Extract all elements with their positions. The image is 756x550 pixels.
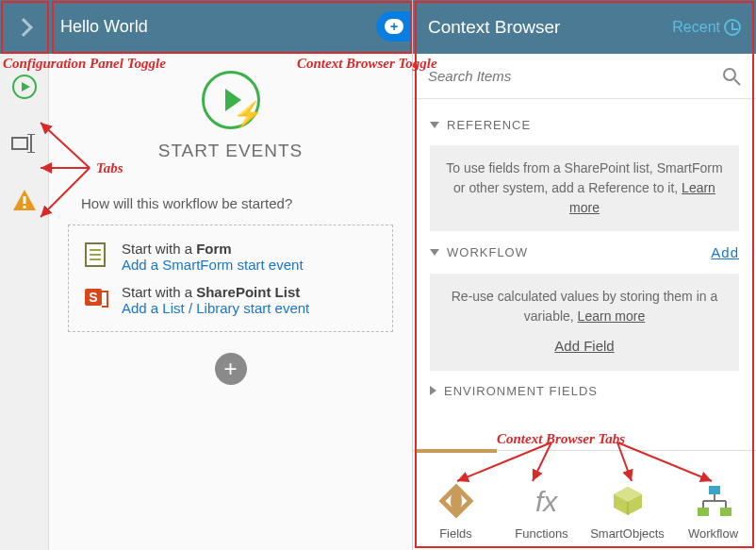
svg-text:fx: fx [535, 486, 558, 517]
svg-point-22 [451, 490, 462, 512]
fields-icon [436, 481, 476, 521]
start-event-icon[interactable]: ⚡ [202, 71, 260, 129]
plus-pill-icon: + [385, 19, 403, 34]
option-form-link[interactable]: Add a SmartForm start event [122, 257, 304, 273]
search-icon[interactable] [722, 67, 741, 86]
form-icon [82, 241, 110, 269]
section-reference-header[interactable]: REFERENCE [430, 110, 739, 140]
left-tabs [0, 54, 49, 550]
start-options: Start with a Form Add a SmartForm start … [68, 225, 393, 332]
tab-errors[interactable] [10, 186, 39, 214]
workflow-learn-more[interactable]: Learn more [578, 308, 646, 324]
svg-point-20 [724, 69, 735, 80]
svg-rect-27 [720, 508, 731, 516]
context-header: Context Browser Recent [413, 0, 756, 54]
workflow-title: Hello World [60, 17, 148, 37]
workflow-add-link[interactable]: Add [711, 244, 739, 260]
start-question: How will this workflow be started? [81, 195, 292, 211]
ctx-tab-fields[interactable]: Fields [413, 451, 499, 550]
svg-line-21 [734, 79, 740, 85]
smartobjects-icon [608, 481, 648, 521]
ctx-tab-workflow[interactable]: Workflow [670, 451, 756, 550]
ctx-tab-fields-label: Fields [439, 526, 472, 541]
clock-icon [724, 19, 741, 36]
tab-rename[interactable] [10, 129, 39, 158]
config-panel-toggle[interactable] [0, 0, 47, 54]
start-events-label: START EVENTS [158, 141, 303, 161]
svg-rect-25 [709, 486, 720, 494]
add-step-button[interactable]: + [215, 353, 247, 385]
functions-icon: fx [522, 481, 562, 521]
option-form-title: Start with a Form [122, 241, 304, 257]
search-bar [413, 54, 756, 99]
collapse-icon [430, 122, 439, 128]
option-sharepoint[interactable]: S Start with a SharePoint List Add a Lis… [82, 278, 379, 322]
expand-icon [430, 386, 436, 395]
svg-rect-26 [698, 508, 709, 516]
ctx-tab-functions[interactable]: fx Functions [499, 451, 584, 550]
ctx-tab-smartobjects-label: SmartObjects [590, 526, 665, 541]
tab-start[interactable] [10, 73, 39, 101]
chevron-right-icon [14, 18, 33, 37]
section-workflow-header[interactable]: WORKFLOW Add [430, 237, 739, 268]
reference-info: To use fields from a SharePoint list, Sm… [430, 145, 739, 231]
svg-text:S: S [89, 290, 97, 305]
ctx-tab-functions-label: Functions [515, 526, 567, 541]
svg-rect-8 [12, 138, 27, 149]
option-sp-title: Start with a SharePoint List [122, 284, 309, 300]
sharepoint-icon: S [82, 284, 110, 312]
section-env-fields-header[interactable]: ENVIRONMENT FIELDS [430, 376, 739, 406]
context-title: Context Browser [428, 17, 560, 38]
context-browser-toggle[interactable]: + [376, 11, 412, 42]
canvas: ⚡ START EVENTS How will this workflow be… [49, 54, 412, 550]
svg-rect-12 [23, 196, 25, 204]
recent-link[interactable]: Recent [672, 19, 741, 36]
workflow-info: Re-use calculated values by storing them… [430, 274, 739, 371]
context-tabs: Fields fx Functions SmartObjects Workflo… [413, 450, 756, 550]
main-header: Hello World + [0, 0, 412, 54]
ctx-tab-smartobjects[interactable]: SmartObjects [584, 451, 670, 550]
workflow-icon [694, 481, 733, 521]
option-sp-link[interactable]: Add a List / Library start event [122, 300, 309, 316]
ctx-tab-workflow-label: Workflow [688, 526, 738, 541]
bolt-icon: ⚡ [233, 100, 263, 129]
svg-rect-13 [23, 206, 25, 208]
option-form[interactable]: Start with a Form Add a SmartForm start … [82, 235, 379, 278]
add-field-link[interactable]: Add Field [443, 336, 726, 358]
collapse-icon [430, 249, 439, 256]
search-input[interactable] [428, 68, 722, 84]
